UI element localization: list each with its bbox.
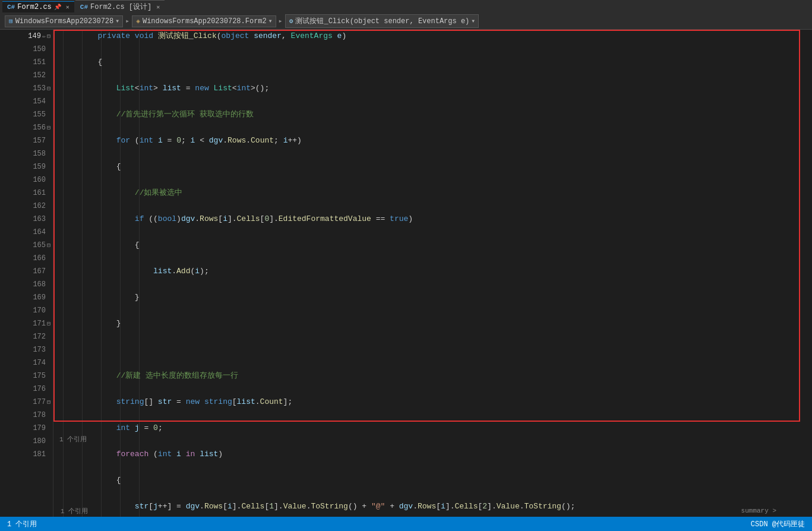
line-num-row-150: 150 [0, 43, 53, 56]
line-num-171: 171 [33, 320, 46, 328]
line-num-row-181: 181 [0, 448, 53, 461]
fold-marker-171[interactable]: ⊟ [47, 320, 50, 327]
app-container: C# Form2.cs 📌 ✕ C# Form2.cs [设计] ✕ ⊞ Win… [0, 0, 812, 531]
code-line-162: //新建 选中长度的数组存放每一行 [61, 369, 805, 383]
line-num-row-178: 178 [0, 409, 53, 422]
line-num-row-154: 154 [0, 95, 53, 108]
class-label: WindowsFormsApp20230728.Form2 [143, 17, 267, 26]
line-num-169: 169 [33, 293, 46, 302]
member-dropdown[interactable]: ⚙ 测试按钮_Click(object sender, EventArgs e)… [285, 14, 479, 28]
code-line-154: { [61, 160, 805, 173]
project-dropdown[interactable]: ⊞ WindowsFormsApp20230728 ▼ [5, 15, 123, 27]
status-left: 1 个引用 [7, 519, 37, 529]
nav-bar: ⊞ WindowsFormsApp20230728 ▼ ▸ ◈ WindowsF… [0, 13, 812, 30]
fold-marker-149[interactable]: ⊟ [47, 33, 50, 40]
line-num-170: 170 [33, 306, 46, 315]
line-num-row-167: 167 [0, 265, 53, 278]
code-line-149: private void 测试按钮_Click(object sender, E… [61, 30, 805, 43]
code-editor[interactable]: private void 测试按钮_Click(object sender, E… [53, 30, 812, 517]
code-line-164: int j = 0; [61, 422, 805, 435]
pencil-icon-149: ✏ [42, 33, 46, 40]
line-num-row-168: 168 [0, 278, 53, 291]
member-label: 测试按钮_Click(object sender, EventArgs e) [295, 16, 469, 26]
line-num-row-164: 164 [0, 226, 53, 239]
ref-count-status: 1 个引用 [7, 519, 37, 529]
line-num-row-160: 160 [0, 173, 53, 187]
line-num-149: 149 [24, 32, 41, 40]
code-line-151: List<int> list = new List<int>(); [61, 82, 805, 95]
code-line-161 [61, 343, 805, 356]
project-dropdown-arrow: ▼ [116, 18, 119, 24]
code-line-156: if ((bool)dgv.Rows[i].Cells[0].EditedFor… [61, 213, 805, 226]
line-num-160: 160 [33, 176, 46, 184]
code-block[interactable]: private void 测试按钮_Click(object sender, E… [53, 30, 812, 517]
nav-separator-1: ▸ [125, 17, 129, 26]
line-num-row-177: 177 ⊟ [0, 396, 53, 409]
class-icon: ◈ [136, 17, 140, 25]
tab-close-form2cs[interactable]: ✕ [66, 4, 69, 11]
tab-pin-icon[interactable]: 📌 [54, 4, 61, 11]
line-num-176: 176 [33, 385, 46, 393]
line-num-row-180: 180 [0, 435, 53, 448]
line-num-156: 156 [33, 124, 46, 132]
line-num-153: 153 [33, 84, 46, 93]
line-num-row-170: 170 [0, 304, 53, 317]
title-bar: C# Form2.cs 📌 ✕ C# Form2.cs [设计] ✕ [0, 0, 812, 13]
code-line-166: { [61, 474, 805, 487]
code-line-165: foreach (int i in list) [61, 448, 805, 461]
line-num-178: 178 [33, 411, 46, 419]
line-num-row-179: 179 [0, 422, 53, 435]
code-line-152: //首先进行第一次循环 获取选中的行数 [61, 108, 805, 121]
line-num-151: 151 [33, 58, 46, 67]
line-num-row-173: 173 [0, 343, 53, 356]
line-num-162: 162 [33, 202, 46, 210]
line-num-155: 155 [33, 110, 46, 119]
line-num-154: 154 [33, 97, 46, 106]
line-num-row-155: 155 [0, 108, 53, 121]
line-num-row-153: 153 ⊟ [0, 82, 53, 95]
tab-icon-design: C# [80, 4, 88, 11]
line-num-row-161: 161 [0, 187, 53, 200]
line-num-row-156: 156 ⊟ [0, 121, 53, 134]
line-num-163: 163 [33, 215, 46, 223]
line-num-166: 166 [33, 254, 46, 263]
code-line-159: } [61, 291, 805, 304]
line-num-row-174: 174 [0, 356, 53, 369]
line-num-row-149: 149 ✏ ⊟ [0, 30, 53, 43]
member-dropdown-arrow: ▼ [472, 18, 475, 24]
line-num-row-175: 175 [0, 369, 53, 383]
class-dropdown-arrow: ▼ [269, 18, 272, 24]
member-icon: ⚙ [289, 17, 293, 25]
code-line-150: { [61, 56, 805, 69]
project-icon: ⊞ [9, 17, 13, 25]
line-num-158: 158 [33, 150, 46, 158]
tab-form2cs-design[interactable]: C# Form2.cs [设计] ✕ [75, 0, 165, 13]
tab-form2cs[interactable]: C# Form2.cs 📌 ✕ [2, 1, 74, 12]
line-num-row-166: 166 [0, 252, 53, 265]
fold-marker-177[interactable]: ⊟ [47, 399, 50, 406]
line-num-157: 157 [33, 137, 46, 145]
status-bar: 1 个引用 CSDN @代码匣徒 [0, 517, 812, 531]
line-num-row-172: 172 [0, 330, 53, 343]
tab-label-design: Form2.cs [设计] [90, 2, 151, 12]
tab-close-design[interactable]: ✕ [156, 4, 160, 11]
class-dropdown[interactable]: ◈ WindowsFormsApp20230728.Form2 ▼ [132, 15, 276, 27]
fold-marker-156[interactable]: ⊟ [47, 124, 50, 131]
line-num-175: 175 [33, 372, 46, 380]
line-num-179: 179 [33, 424, 46, 432]
line-num-161: 161 [33, 189, 46, 197]
line-num-174: 174 [33, 359, 46, 367]
nav-separator-2: ▸ [279, 17, 283, 26]
fold-marker-165[interactable]: ⊟ [47, 242, 50, 249]
code-line-157: { [61, 239, 805, 252]
editor-area: 149 ✏ ⊟ 150 151 152 153 ⊟ 154 [0, 30, 812, 517]
line-num-row-165: 165 ⊟ [0, 239, 53, 252]
line-num-row-171: 171 ⊟ [0, 317, 53, 330]
line-num-173: 173 [33, 346, 46, 354]
line-num-152: 152 [33, 71, 46, 80]
fold-marker-153[interactable]: ⊟ [47, 85, 50, 92]
line-num-167: 167 [33, 267, 46, 276]
code-line-163: string[] str = new string[list.Count]; [61, 396, 805, 409]
line-num-row-158: 158 [0, 147, 53, 160]
watermark: CSDN @代码匣徒 [751, 520, 805, 529]
